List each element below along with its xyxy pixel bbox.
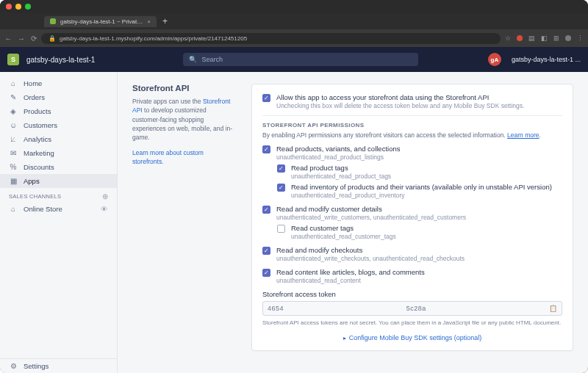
star-icon[interactable]: ☆ [505, 35, 511, 42]
sidebar-item-orders[interactable]: ✎Orders [0, 90, 117, 104]
ext-icon-4[interactable]: ⊞ [553, 35, 559, 42]
tab-title: gatsby-days-la-test-1 ~ Privat… [60, 18, 143, 25]
perm-scope: unauthenticated_read_content [276, 277, 562, 284]
window-close-dot[interactable] [6, 4, 12, 10]
storefront-api-card: Allow this app to access your storefront… [251, 84, 573, 351]
caret-right-icon: ▸ [343, 335, 346, 341]
mac-titlebar [0, 0, 588, 13]
avatar[interactable]: gA [488, 53, 501, 66]
perm-child-scope: unauthenticated_read_customer_tags [291, 233, 562, 240]
perm-scope: unauthenticated_read_product_listings [276, 153, 562, 161]
sidebar: ⌂Home ✎Orders ◈Products ☺Customers ⟀Anal… [0, 72, 118, 373]
lock-icon: 🔒 [49, 35, 56, 42]
perm-title: Read and modify customer details [276, 205, 562, 213]
sidebar-item-analytics[interactable]: ⟀Analytics [0, 132, 117, 146]
address-bar[interactable]: 🔒 gatsby-days-la-test-1.myshopify.com/ad… [41, 33, 501, 44]
browser-tabstrip: gatsby-days-la-test-1 ~ Privat… × + [0, 13, 588, 29]
permissions-intro: By enabling API permissions any storefro… [262, 131, 562, 139]
store-name[interactable]: gatsby-days-la-test-1 [26, 56, 95, 64]
sales-channels-heading: SALES CHANNELS ⊕ [0, 188, 117, 202]
add-channel-icon[interactable]: ⊕ [102, 192, 108, 200]
search-icon: 🔍 [189, 56, 197, 63]
nav-reload-icon[interactable]: ⟳ [31, 35, 37, 43]
allow-access-checkbox[interactable] [262, 94, 270, 102]
search-input[interactable]: 🔍 Search [183, 53, 418, 66]
sidebar-item-marketing[interactable]: ✉Marketing [0, 146, 117, 160]
browser-toolbar: ← → ⟳ 🔒 gatsby-days-la-test-1.myshopify.… [0, 29, 588, 47]
sidebar-item-apps[interactable]: ▦Apps [0, 174, 117, 188]
profile-avatar-icon[interactable] [565, 35, 571, 41]
perm-scope: unauthenticated_write_checkouts, unauthe… [276, 255, 562, 262]
token-text-right: 5c28a [406, 305, 426, 312]
sidebar-item-online-store[interactable]: ⌂ Online Store 👁 [0, 202, 117, 216]
tab-favicon [50, 18, 56, 24]
ext-icon-2[interactable]: ▤ [528, 35, 535, 42]
apps-icon: ▦ [9, 177, 18, 185]
perm-title: Read products, variants, and collections [276, 145, 562, 153]
sidebar-item-discounts[interactable]: %Discounts [0, 160, 117, 174]
perm-child-scope: unauthenticated_read_product_tags [291, 173, 562, 180]
perm-checkbox[interactable] [262, 145, 270, 153]
shopify-logo-icon[interactable]: S [7, 54, 19, 65]
configure-sdk-link[interactable]: Configure Mobile Buy SDK settings (optio… [349, 334, 482, 341]
user-menu-label[interactable]: gatsby-days-la-test-1 ... [512, 56, 581, 63]
perm-scope: unauthenticated_write_customers, unauthe… [276, 214, 562, 221]
sidebar-item-home[interactable]: ⌂Home [0, 76, 117, 90]
app-topbar: S gatsby-days-la-test-1 🔍 Search gA gats… [0, 47, 588, 72]
marketing-icon: ✉ [9, 149, 18, 157]
ext-icon-3[interactable]: ◧ [541, 35, 548, 42]
token-text-left: 4654 [268, 305, 284, 312]
perm-checkbox[interactable] [262, 206, 270, 214]
nav-forward-icon[interactable]: → [18, 35, 25, 43]
discounts-icon: % [9, 163, 18, 171]
token-field[interactable]: 4654 5c28a 📋 [262, 301, 562, 316]
sidebar-item-customers[interactable]: ☺Customers [0, 118, 117, 132]
permissions-heading: STOREFRONT API PERMISSIONS [262, 122, 562, 128]
url-text: gatsby-days-la-test-1.myshopify.com/admi… [60, 35, 247, 42]
ext-icon-1[interactable] [517, 35, 523, 41]
sidebar-item-settings[interactable]: ⚙ Settings [0, 359, 117, 373]
learn-more-storefronts-link[interactable]: Learn more about custom storefronts [132, 149, 204, 165]
perm-child-title: Read product tags [291, 164, 562, 172]
token-note: Storefront API access tokens are not sec… [262, 319, 562, 327]
window-max-dot[interactable] [25, 4, 31, 10]
token-label: Storefront access token [262, 290, 562, 298]
search-placeholder: Search [201, 56, 223, 63]
perm-title: Read content like articles, blogs, and c… [276, 268, 562, 276]
customers-icon: ☺ [9, 121, 18, 129]
allow-access-sub: Unchecking this box will delete the acce… [276, 102, 562, 109]
perm-title: Read and modify checkouts [276, 246, 562, 254]
orders-icon: ✎ [9, 93, 18, 101]
allow-access-label: Allow this app to access your storefront… [276, 93, 562, 101]
section-title: Storefront API [132, 84, 235, 93]
perm-child-checkbox[interactable] [277, 184, 285, 192]
gear-icon: ⚙ [9, 362, 18, 370]
perm-checkbox[interactable] [262, 247, 270, 255]
main-content: Storefront API Private apps can use the … [118, 72, 588, 373]
copy-token-icon[interactable]: 📋 [549, 305, 558, 312]
perm-child-title: Read inventory of products and their var… [291, 183, 562, 191]
analytics-icon: ⟀ [9, 135, 18, 143]
online-store-icon: ⌂ [9, 205, 18, 213]
perm-checkbox[interactable] [262, 269, 270, 277]
perm-child-title: Read customer tags [291, 224, 562, 232]
section-desc: Private apps can use the Storefront API … [132, 97, 235, 142]
section-description: Storefront API Private apps can use the … [132, 84, 235, 351]
view-store-icon[interactable]: 👁 [101, 205, 108, 213]
browser-tab[interactable]: gatsby-days-la-test-1 ~ Privat… × [44, 16, 157, 27]
perm-child-scope: unauthenticated_read_product_inventory [291, 192, 562, 199]
perm-child-checkbox[interactable] [277, 164, 285, 173]
menu-icon[interactable]: ⋮ [577, 35, 584, 42]
tab-close-icon[interactable]: × [147, 18, 151, 25]
perm-learn-more-link[interactable]: Learn more [507, 131, 539, 139]
window-min-dot[interactable] [15, 4, 21, 10]
new-tab-button[interactable]: + [158, 16, 172, 26]
home-icon: ⌂ [9, 79, 18, 87]
perm-child-checkbox[interactable] [277, 225, 285, 233]
sidebar-item-products[interactable]: ◈Products [0, 104, 117, 118]
nav-back-icon[interactable]: ← [4, 35, 12, 43]
products-icon: ◈ [9, 107, 18, 115]
